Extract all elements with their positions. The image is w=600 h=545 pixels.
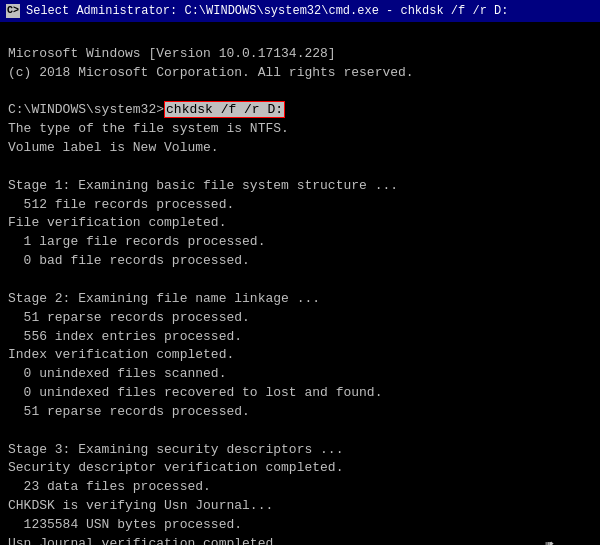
cmd-body: Microsoft Windows [Version 10.0.17134.22… [0,22,600,545]
line-unindexed2: 0 unindexed files recovered to lost and … [8,384,592,403]
line-bad-file: 0 bad file records processed. [8,252,592,271]
line-usn-bytes: 1235584 USN bytes processed. [8,516,592,535]
line-stage1: Stage 1: Examining basic file system str… [8,177,592,196]
prompt-text: C:\WINDOWS\system32> [8,102,164,117]
line-blank-3 [8,158,592,177]
line-large-file: 1 large file records processed. [8,233,592,252]
line-file-verif: File verification completed. [8,214,592,233]
line-index-verif: Index verification completed. [8,346,592,365]
command-text: chkdsk /f /r D: [164,101,285,118]
line-usn-verif: Usn Journal verification completed. ➠ [8,535,592,545]
line-512: 512 file records processed. [8,196,592,215]
line-stage3: Stage 3: Examining security descriptors … [8,441,592,460]
mouse-cursor: ➠ [545,535,554,545]
line-blank-5 [8,422,592,441]
line-reparse2: 51 reparse records processed. [8,403,592,422]
line-command: C:\WINDOWS\system32>chkdsk /f /r D: [8,101,592,120]
line-version: Microsoft Windows [Version 10.0.17134.22… [8,45,592,64]
title-bar-text: Select Administrator: C:\WINDOWS\system3… [26,4,508,18]
line-fs-type: The type of the file system is NTFS. [8,120,592,139]
line-copyright: (c) 2018 Microsoft Corporation. All righ… [8,64,592,83]
line-index-entries: 556 index entries processed. [8,328,592,347]
line-usn-verifying: CHKDSK is verifying Usn Journal... [8,497,592,516]
line-stage2: Stage 2: Examining file name linkage ... [8,290,592,309]
line-blank-4 [8,271,592,290]
line-reparse1: 51 reparse records processed. [8,309,592,328]
line-unindexed1: 0 unindexed files scanned. [8,365,592,384]
title-bar-icon: C> [6,4,20,18]
title-bar: C> Select Administrator: C:\WINDOWS\syst… [0,0,600,22]
line-security-verif: Security descriptor verification complet… [8,459,592,478]
line-blank-2 [8,83,592,102]
line-volume: Volume label is New Volume. [8,139,592,158]
line-data-files: 23 data files processed. [8,478,592,497]
line-blank-1 [8,26,592,45]
